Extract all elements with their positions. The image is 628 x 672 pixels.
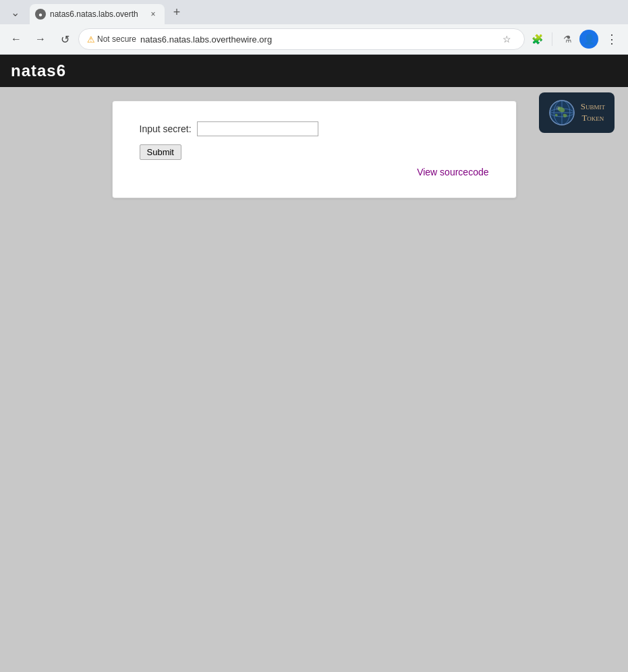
- tab-bar: ⌄ ● natas6.natas.labs.overth × +: [0, 0, 628, 24]
- submit-row: Submit: [140, 144, 489, 160]
- tab-controls: ⌄: [5, 3, 24, 22]
- reload-button[interactable]: ↺: [54, 28, 76, 50]
- globe-icon: [548, 99, 575, 126]
- tab-favicon: ●: [35, 9, 46, 20]
- extensions-button[interactable]: 🧩: [527, 30, 546, 49]
- forward-button[interactable]: →: [30, 28, 51, 50]
- submit-token-button[interactable]: Submit Token: [539, 92, 615, 133]
- site-title-number: 6: [57, 61, 66, 80]
- submit-button[interactable]: Submit: [140, 144, 181, 160]
- input-secret-label: Input secret:: [140, 123, 192, 134]
- nav-bar: ← → ↺ ⚠ Not secure natas6.natas.labs.ove…: [0, 24, 628, 54]
- tab-list-button[interactable]: ⌄: [5, 3, 24, 22]
- svg-point-6: [556, 106, 560, 110]
- page-header: natas6: [0, 55, 628, 87]
- active-tab[interactable]: ● natas6.natas.labs.overth ×: [30, 4, 165, 24]
- main-card: Input secret: Submit View sourcecode: [112, 101, 517, 198]
- bookmark-button[interactable]: ☆: [497, 30, 516, 49]
- submit-token-line1: Submit: [581, 101, 605, 113]
- address-actions: ☆: [497, 30, 516, 49]
- view-sourcecode-link[interactable]: View sourcecode: [140, 167, 489, 177]
- tab-title: natas6.natas.labs.overth: [50, 9, 143, 19]
- menu-button[interactable]: ⋮: [601, 28, 623, 50]
- page-content: Input secret: Submit View sourcecode: [0, 87, 628, 667]
- input-secret-row: Input secret:: [140, 121, 489, 136]
- new-tab-button[interactable]: +: [167, 3, 186, 22]
- not-secure-indicator: ⚠ Not secure: [87, 34, 136, 45]
- lab-button[interactable]: ⚗: [558, 30, 577, 49]
- submit-token-line2: Token: [581, 113, 605, 124]
- separator: [552, 32, 552, 46]
- warning-icon: ⚠: [87, 34, 95, 45]
- submit-token-text: Submit Token: [581, 101, 605, 124]
- back-button[interactable]: ←: [5, 28, 27, 50]
- tab-close-button[interactable]: ×: [147, 8, 159, 20]
- browser-chrome: ⌄ ● natas6.natas.labs.overth × + ← → ↺ ⚠…: [0, 0, 628, 55]
- profile-button[interactable]: 👤: [579, 30, 598, 49]
- address-bar[interactable]: ⚠ Not secure natas6.natas.labs.overthewi…: [78, 28, 525, 50]
- site-title-prefix: natas: [11, 61, 57, 80]
- not-secure-label: Not secure: [97, 34, 136, 44]
- secret-input[interactable]: [197, 121, 318, 136]
- profile-icon: 👤: [583, 34, 595, 45]
- url-text: natas6.natas.labs.overthewire.org: [140, 34, 493, 45]
